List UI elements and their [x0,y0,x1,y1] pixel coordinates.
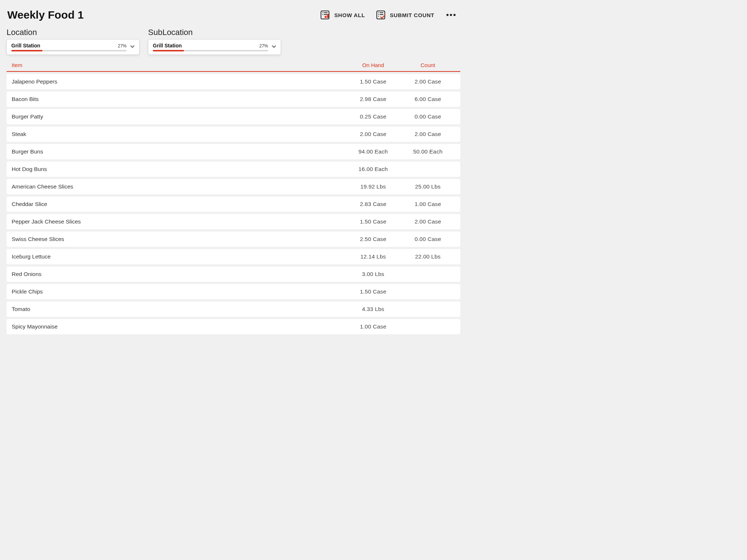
on-hand-value: 12.14 Lbs [346,253,400,260]
list-grid-icon [320,9,330,20]
on-hand-value: 0.25 Case [346,113,400,120]
item-name: Tomato [12,306,346,312]
count-value: 6.00 Case [400,96,455,102]
chevron-down-icon [271,43,277,51]
sublocation-percent: 27% [259,43,268,48]
submit-count-label: SUBMIT COUNT [390,12,434,18]
item-name: Red Onions [12,271,346,277]
count-value: 1.00 Case [400,201,455,207]
item-name: Hot Dog Buns [12,166,346,172]
item-name: Cheddar Slice [12,201,346,207]
item-name: Spicy Mayonnaise [12,323,346,330]
location-label: Location [7,28,139,37]
on-hand-value: 2.83 Case [346,201,400,207]
count-value: 0.00 Case [400,113,455,120]
sublocation-value: Grill Station [153,43,182,48]
location-filter: Location Grill Station 27% [7,28,139,55]
on-hand-value: 1.50 Case [346,288,400,295]
col-header-count[interactable]: Count [400,62,455,68]
table-row[interactable]: Hot Dog Buns16.00 Each [7,162,460,177]
on-hand-value: 4.33 Lbs [346,306,400,312]
sublocation-progress [153,50,268,51]
item-name: Steak [12,131,346,137]
item-name: American Cheese Slices [12,183,346,190]
count-value: 22.00 Lbs [400,253,455,260]
more-icon: ••• [446,10,457,19]
table-row[interactable]: Burger Buns94.00 Each50.00 Each [7,144,460,159]
filter-bar: Location Grill Station 27% SubLocation [5,28,462,60]
table-row[interactable]: Jalapeno Peppers1.50 Case2.00 Case [7,74,460,89]
count-value: 50.00 Each [400,148,455,155]
count-value: 0.00 Case [400,236,455,242]
sublocation-label: SubLocation [148,28,281,37]
table-row[interactable]: American Cheese Slices19.92 Lbs25.00 Lbs [7,179,460,194]
table-row[interactable]: Iceburg Lettuce12.14 Lbs22.00 Lbs [7,249,460,264]
inventory-table: Item On Hand Count Jalapeno Peppers1.50 … [5,60,462,334]
item-name: Swiss Cheese Slices [12,236,346,242]
on-hand-value: 1.00 Case [346,323,400,330]
item-name: Bacon Bits [12,96,346,102]
on-hand-value: 3.00 Lbs [346,271,400,277]
location-value: Grill Station [11,43,40,48]
table-header: Item On Hand Count [7,60,460,72]
table-row[interactable]: Pickle Chips1.50 Case [7,284,460,299]
item-name: Pepper Jack Cheese Slices [12,218,346,225]
count-value: 2.00 Case [400,131,455,137]
item-name: Pickle Chips [12,288,346,295]
svg-rect-6 [327,16,329,18]
svg-rect-7 [327,14,329,16]
on-hand-value: 2.00 Case [346,131,400,137]
table-row[interactable]: Pepper Jack Cheese Slices1.50 Case2.00 C… [7,214,460,229]
list-check-icon [375,9,386,20]
location-percent: 27% [118,43,127,48]
item-name: Iceburg Lettuce [12,253,346,260]
table-row[interactable]: Bacon Bits2.98 Case6.00 Case [7,92,460,107]
table-row[interactable]: Spicy Mayonnaise1.00 Case [7,319,460,334]
table-row[interactable]: Steak2.00 Case2.00 Case [7,127,460,142]
more-menu-button[interactable]: ••• [445,10,458,20]
col-header-item[interactable]: Item [12,62,346,68]
count-value: 2.00 Case [400,218,455,225]
on-hand-value: 2.98 Case [346,96,400,102]
item-name: Burger Patty [12,113,346,120]
table-row[interactable]: Cheddar Slice2.83 Case1.00 Case [7,197,460,212]
show-all-label: SHOW ALL [334,12,365,18]
on-hand-value: 1.50 Case [346,78,400,85]
header-actions: SHOW ALL SUBMIT COUNT • [320,9,460,20]
table-row[interactable]: Red Onions3.00 Lbs [7,267,460,282]
sublocation-dropdown[interactable]: Grill Station 27% [148,39,281,55]
sublocation-progress-fill [153,50,184,51]
svg-rect-5 [325,16,326,18]
submit-count-button[interactable]: SUBMIT COUNT [375,9,434,20]
col-header-on-hand[interactable]: On Hand [346,62,400,68]
location-progress-fill [11,50,42,51]
location-dropdown[interactable]: Grill Station 27% [7,39,139,55]
on-hand-value: 1.50 Case [346,218,400,225]
on-hand-value: 94.00 Each [346,148,400,155]
table-row[interactable]: Burger Patty0.25 Case0.00 Case [7,109,460,124]
location-progress [11,50,127,51]
table-row[interactable]: Tomato4.33 Lbs [7,302,460,317]
item-name: Jalapeno Peppers [12,78,346,85]
table-row[interactable]: Swiss Cheese Slices2.50 Case0.00 Case [7,232,460,247]
on-hand-value: 19.92 Lbs [346,183,400,190]
on-hand-value: 2.50 Case [346,236,400,242]
chevron-down-icon [129,43,135,51]
count-value: 25.00 Lbs [400,183,455,190]
page-title: Weekly Food 1 [7,9,84,21]
show-all-button[interactable]: SHOW ALL [320,9,365,20]
on-hand-value: 16.00 Each [346,166,400,172]
page-header: Weekly Food 1 SHOW ALL [5,7,462,28]
sublocation-filter: SubLocation Grill Station 27% [148,28,281,55]
item-name: Burger Buns [12,148,346,155]
count-value: 2.00 Case [400,78,455,85]
table-body: Jalapeno Peppers1.50 Case2.00 CaseBacon … [7,74,460,334]
